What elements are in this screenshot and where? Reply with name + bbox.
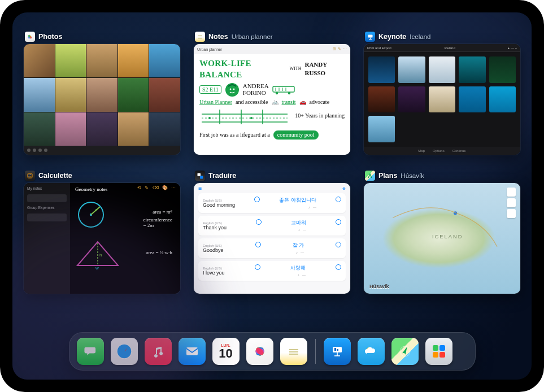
card-title: Keynote — [378, 33, 406, 41]
dock-calendar[interactable]: LUN. 10 — [212, 338, 240, 365]
app-card-traduire[interactable]: Traduire ☰⊕ English (US)Good morning좋은 아… — [194, 168, 350, 294]
keynote-icon — [365, 32, 375, 42]
keynote-bottom-bar: Map Options Continue — [364, 147, 520, 155]
card-preview: Urban planner ⊞✎⋯ WORK-LIFE BALANCE WITH… — [194, 44, 350, 155]
translate-src-text: Goodbye — [203, 247, 224, 253]
svg-rect-39 — [186, 347, 198, 355]
calc-formula: = 2πr — [143, 223, 154, 228]
calc-tool-icons: ⟲ ✎ ⌫ 🎨 ⋯ — [137, 185, 177, 190]
app-switcher: Photos — [20, 29, 524, 294]
svg-point-24 — [31, 175, 31, 175]
calc-formula: circumference — [143, 217, 172, 223]
app-card-calculette[interactable]: Calculette My notes Group Expenses Geome… — [24, 168, 180, 294]
triangle-diagram-icon: h w — [74, 238, 121, 270]
keynote-toolbar: Print and Export Iceland ▸ ⋯ + — [364, 44, 520, 52]
notes-guest-last: FORINO — [243, 89, 266, 96]
svg-point-25 — [29, 176, 29, 177]
svg-point-17 — [208, 117, 211, 119]
translate-row: English (US)Thank you고마워♪ ⋯ — [198, 216, 346, 236]
notes-line: WITH — [290, 66, 302, 72]
notes-line: First job was as a lifeguard at a — [199, 131, 270, 139]
svg-rect-59 — [439, 345, 445, 351]
dock-keynote[interactable] — [324, 338, 351, 365]
notes-pill: community pool — [273, 130, 319, 140]
notes-line: WORK-LIFE BALANCE — [199, 58, 286, 81]
translate-tgt-text: 좋은 아침입니다 — [279, 197, 316, 203]
road-map-doodle-icon — [199, 107, 290, 127]
calc-canvas: Geometry notes ⟲ ✎ ⌫ 🎨 ⋯ r h w — [71, 183, 180, 294]
keynote-doc-title: Iceland — [444, 46, 455, 50]
notes-toolbar-icons: ⊞✎⋯ — [331, 47, 347, 51]
translate-meta-icons: ♪ ⋯ — [296, 251, 304, 254]
svg-point-27 — [79, 202, 103, 227]
translate-tgt-text: 고마워 — [291, 220, 306, 225]
svg-rect-10 — [273, 86, 294, 92]
svg-point-23 — [29, 175, 29, 175]
translate-tgt-text: 사랑해 — [290, 265, 306, 271]
dock-app-library[interactable] — [425, 338, 452, 365]
keynote-slide-grid — [364, 52, 520, 147]
card-preview: ICELAND Húsavík — [364, 183, 520, 294]
card-subtitle: Urban planner — [232, 33, 273, 40]
card-subtitle: Húsavík — [401, 172, 424, 179]
screen: Photos — [12, 12, 532, 380]
svg-point-8 — [229, 88, 231, 90]
notes-toolbar: Urban planner ⊞✎⋯ — [194, 44, 350, 54]
svg-rect-55 — [337, 349, 338, 351]
translate-meta-icons: ♪ ⋯ — [308, 206, 316, 209]
photos-thumbnail-grid — [24, 44, 180, 146]
svg-rect-60 — [433, 352, 438, 358]
app-card-keynote[interactable]: Keynote Iceland Print and Export Iceland… — [364, 29, 520, 155]
map-region-label: ICELAND — [432, 234, 463, 239]
translate-icon — [195, 171, 205, 181]
sidebar-label: My notes — [27, 186, 67, 191]
calculator-icon — [25, 171, 35, 181]
translate-meta-icons: ♪ ⋯ — [298, 273, 306, 277]
svg-rect-61 — [439, 352, 445, 358]
dock-weather[interactable] — [358, 338, 385, 365]
app-card-plans[interactable]: Plans Húsavík ICELAND Húsavík — [364, 168, 520, 294]
play-icon — [256, 219, 262, 225]
card-subtitle: Iceland — [410, 33, 430, 40]
calendar-day-num: 10 — [219, 347, 232, 360]
translate-src-text: I love you — [203, 270, 225, 276]
map-place-label: Húsavík — [369, 284, 389, 289]
dock-notes[interactable] — [280, 338, 307, 365]
translate-row: English (US)Goodbye잘 가♪ ⋯ — [198, 238, 346, 258]
dock-safari[interactable] — [111, 338, 138, 365]
notes-line: advocate — [310, 98, 330, 106]
svg-rect-54 — [334, 348, 336, 351]
calc-sidebar: My notes Group Expenses — [24, 183, 71, 294]
card-header: Photos — [24, 29, 180, 44]
dock-mail[interactable] — [179, 338, 206, 365]
svg-point-9 — [233, 88, 234, 90]
play-icon — [336, 197, 341, 202]
card-preview: ☰⊕ English (US)Good morning좋은 아침입니다♪ ⋯En… — [194, 183, 350, 294]
translate-src-text: Good morning — [203, 202, 235, 208]
dock-maps[interactable] — [391, 338, 419, 365]
dock-music[interactable] — [145, 338, 172, 365]
circle-diagram-icon: r — [75, 200, 117, 230]
svg-point-18 — [250, 117, 253, 119]
svg-rect-58 — [433, 345, 438, 351]
dock-photos[interactable] — [246, 338, 273, 365]
play-icon — [254, 197, 260, 202]
calc-formula: area = ½·w·h — [146, 250, 172, 255]
avatar-doodle-icon — [225, 82, 240, 97]
app-card-photos[interactable]: Photos — [24, 29, 180, 155]
card-header: Calculette — [24, 168, 180, 183]
map-overlay: ICELAND — [364, 183, 520, 293]
translate-row: English (US)I love you사랑해♪ ⋯ — [198, 261, 346, 281]
app-card-notes[interactable]: Notes Urban planner Urban planner ⊞✎⋯ WO… — [194, 29, 350, 155]
notes-line: and accessible — [236, 98, 268, 106]
keynote-top-label: Print and Export — [367, 46, 391, 50]
card-preview: My notes Group Expenses Geometry notes ⟲… — [24, 183, 180, 294]
bus-doodle-icon — [272, 84, 297, 95]
notes-episode-badge: S2 E11 — [199, 85, 221, 94]
photos-bottom-toolbar — [24, 146, 180, 155]
sidebar-label: Group Expenses — [27, 206, 67, 210]
translate-meta-icons: ♪ ⋯ — [298, 228, 306, 232]
translate-row: English (US)Good morning좋은 아침입니다♪ ⋯ — [198, 193, 346, 213]
dock-messages[interactable] — [77, 338, 104, 365]
map-controls — [507, 188, 516, 218]
